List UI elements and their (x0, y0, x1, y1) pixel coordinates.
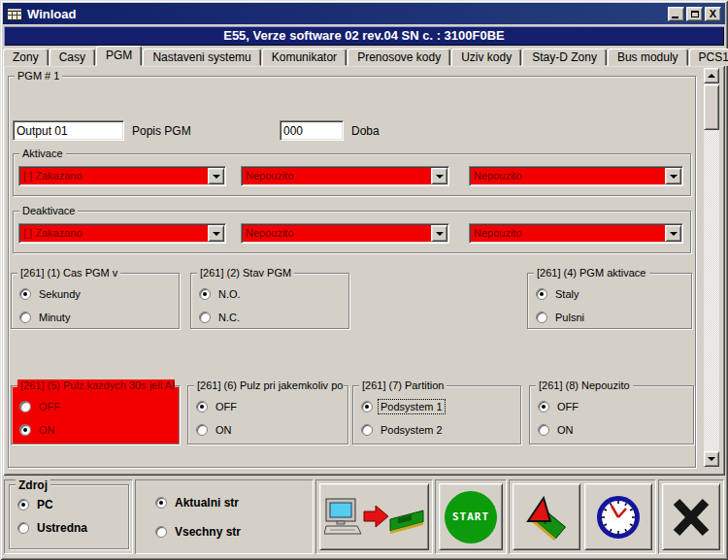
radio-option[interactable]: ON (196, 418, 347, 442)
tab-komunikator[interactable]: Komunikator (262, 49, 347, 66)
pgm-label-input[interactable] (13, 120, 124, 141)
exit-button[interactable] (662, 483, 720, 550)
scrollbar-thumb[interactable] (704, 84, 719, 130)
radio-option[interactable]: Sekundy (19, 282, 179, 306)
tab-nastaveni-systemu[interactable]: Nastaveni systemu (143, 49, 260, 66)
tab-pcs100[interactable]: PCS100 (689, 49, 728, 66)
radio-icon[interactable] (155, 526, 167, 538)
verify-button[interactable] (513, 483, 580, 550)
radio-icon[interactable] (19, 312, 31, 323)
chevron-down-icon[interactable] (431, 168, 447, 184)
vertical-scrollbar[interactable] (704, 68, 719, 467)
aktivace-select-3[interactable]: Nepouzito (469, 166, 683, 186)
radio-option[interactable]: Minuty (19, 306, 179, 329)
maximize-button[interactable] (686, 7, 703, 21)
tab-pgm[interactable]: PGM (96, 46, 142, 66)
radio-icon[interactable] (17, 522, 29, 534)
radio-option[interactable]: OFF (196, 395, 347, 418)
radio-icon[interactable] (361, 401, 373, 412)
tab-casy[interactable]: Casy (50, 49, 95, 66)
start-icon: START (445, 491, 497, 544)
radio-icon[interactable] (538, 401, 549, 412)
start-button[interactable]: START (439, 483, 503, 550)
dropdown-value: Nepouzito (246, 170, 429, 181)
tab-uziv-kody[interactable]: Uziv kody (451, 49, 521, 66)
radio-option[interactable]: OFF (538, 395, 693, 418)
radio-label: Minuty (37, 311, 72, 324)
start-label: START (452, 511, 489, 523)
radio-label: OFF (214, 400, 239, 413)
radio-icon[interactable] (536, 288, 547, 300)
scroll-down-button[interactable] (704, 451, 719, 467)
radio-icon[interactable] (196, 424, 208, 436)
scroll-up-button[interactable] (704, 68, 719, 83)
deaktivace-select-3[interactable]: Nepouzito (469, 223, 683, 244)
down-arrow-icon (436, 175, 444, 179)
radio-icon[interactable] (155, 497, 167, 509)
chevron-down-icon[interactable] (431, 225, 447, 242)
tab-zony[interactable]: Zony (3, 49, 49, 66)
clock-button[interactable] (584, 483, 652, 550)
radio-icon[interactable] (538, 424, 549, 436)
close-button[interactable]: X (705, 7, 721, 21)
radio-icon[interactable] (19, 401, 31, 412)
radio-icon[interactable] (196, 401, 208, 412)
chevron-down-icon[interactable] (665, 225, 681, 242)
doba-input[interactable] (280, 120, 344, 141)
chevron-down-icon[interactable] (665, 168, 681, 184)
radio-option[interactable]: Staly (536, 282, 691, 306)
radio-option[interactable]: Podsystem 1 (361, 395, 520, 418)
option-group-pulz-poplach: [261] (6) Pulz pri jakemkoliv popla OFF … (187, 385, 348, 445)
radio-option[interactable]: N.O. (199, 282, 348, 306)
aktivace-select-1[interactable]: [ ] Zakazano (18, 166, 226, 186)
chevron-down-icon[interactable] (208, 225, 224, 242)
radio-option[interactable]: PC (17, 493, 128, 516)
send-to-panel-button[interactable] (319, 483, 429, 550)
radio-label: N.C. (216, 311, 242, 324)
group-title: PGM # 1 (15, 70, 62, 82)
down-arrow-icon (670, 232, 678, 236)
winload-app-icon (7, 8, 22, 20)
radio-option[interactable]: Vsechny str (155, 517, 243, 546)
option-group-partition: [261] (7) Partition Podsystem 1 Podsyste… (352, 385, 521, 445)
pages-section: Aktualni str Vsechny str (135, 479, 314, 554)
chevron-down-icon[interactable] (208, 168, 224, 184)
radio-label: Podsystem 1 (379, 400, 445, 413)
radio-option[interactable]: OFF (19, 395, 179, 418)
radio-icon[interactable] (17, 499, 29, 511)
radio-option[interactable]: Pulsni (536, 306, 691, 329)
radio-option[interactable]: ON (538, 418, 693, 442)
minimize-button[interactable] (668, 7, 684, 21)
panel-info-header: E55, Verze software 02 rev.04 SN c. : 31… (4, 26, 724, 46)
footer-bar: Zdroj PC Ustredna Aktualni str (3, 476, 725, 557)
radio-option[interactable]: ON (19, 418, 179, 442)
radio-option[interactable]: Ustredna (17, 516, 128, 540)
radio-icon[interactable] (19, 288, 31, 300)
group-title: Zdroj (16, 478, 50, 492)
tab-stay-d-zony[interactable]: Stay-D Zony (522, 49, 607, 66)
radio-icon[interactable] (19, 424, 31, 436)
tab-bus-moduly[interactable]: Bus moduly (608, 49, 688, 66)
radio-option[interactable]: Aktualni str (155, 488, 243, 517)
radio-label: Podsystem 2 (379, 423, 445, 437)
radio-option[interactable]: N.C. (199, 306, 348, 329)
radio-label: PC (35, 497, 55, 512)
up-arrow-icon (708, 74, 715, 78)
option-group-pulz-30s: [261] (5) Pulz kazdych 30s jeli AR OFF O… (11, 385, 180, 445)
deaktivace-select-1[interactable]: [ ] Zakazano (18, 223, 226, 244)
radio-icon[interactable] (199, 288, 211, 300)
radio-icon[interactable] (536, 312, 547, 323)
radio-icon[interactable] (361, 424, 373, 436)
tab-prenosove-kody[interactable]: Prenosove kody (347, 49, 450, 66)
aktivace-select-2[interactable]: Nepouzito (241, 166, 449, 186)
tools-section (509, 479, 656, 554)
radio-label: ON (214, 423, 234, 437)
exit-section (658, 479, 724, 554)
radio-option[interactable]: Podsystem 2 (361, 418, 520, 442)
radio-label: ON (555, 423, 576, 437)
verify-panel-icon (523, 494, 570, 541)
deaktivace-select-2[interactable]: Nepouzito (241, 223, 449, 244)
radio-icon[interactable] (199, 312, 211, 323)
dropdown-value: Nepouzito (474, 170, 663, 181)
tab-strip: Zony Casy PGM Nastaveni systemu Komunika… (3, 47, 728, 66)
